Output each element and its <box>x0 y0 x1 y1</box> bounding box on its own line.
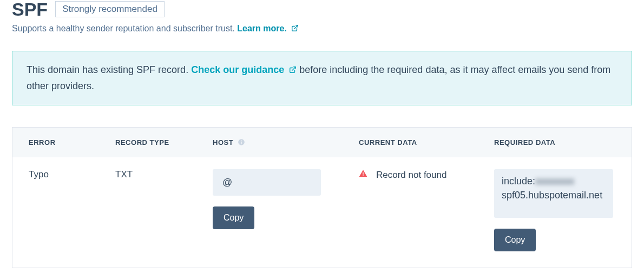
current-data-text: Record not found <box>376 169 446 182</box>
recommendation-badge: Strongly recommended <box>55 1 165 17</box>
external-link-icon <box>291 24 299 32</box>
svg-rect-3 <box>241 142 242 144</box>
page-subtitle: Supports a healthy sender reputation and… <box>12 24 632 34</box>
required-prefix: include: <box>502 176 535 186</box>
cell-record-type: TXT <box>115 169 213 180</box>
required-rest: spf05.hubspotemail.net <box>502 190 602 201</box>
learn-more-link[interactable]: Learn more. <box>237 24 299 33</box>
header-current-data: CURRENT DATA <box>359 138 494 146</box>
alert-text-pre: This domain has existing SPF record. <box>27 64 191 75</box>
guidance-link[interactable]: Check our guidance <box>191 64 299 75</box>
host-value-field[interactable]: @ <box>213 169 321 196</box>
header-record-type: RECORD TYPE <box>115 138 213 146</box>
copy-host-button[interactable]: Copy <box>213 206 254 229</box>
header-error: ERROR <box>29 138 115 146</box>
learn-more-label: Learn more. <box>237 24 287 33</box>
info-alert: This domain has existing SPF record. Che… <box>12 51 632 105</box>
records-table: ERROR RECORD TYPE HOST CURRENT DATA REQU… <box>12 127 632 268</box>
header-host: HOST <box>213 138 359 146</box>
svg-line-0 <box>294 25 298 29</box>
page-title: SPF <box>12 0 48 18</box>
cell-error: Typo <box>29 169 115 180</box>
subtitle-text: Supports a healthy sender reputation and… <box>12 24 237 33</box>
guidance-link-label: Check our guidance <box>191 64 284 75</box>
table-header-row: ERROR RECORD TYPE HOST CURRENT DATA REQU… <box>12 128 632 157</box>
cell-host: @ Copy <box>213 169 359 229</box>
cell-required-data: include:xxxxxxxxspf05.hubspotemail.net C… <box>494 169 615 251</box>
svg-rect-4 <box>241 141 242 141</box>
cell-current-data: Record not found <box>359 169 494 182</box>
header-required-data: REQUIRED DATA <box>494 138 615 146</box>
required-redacted: xxxxxxxx <box>535 176 574 186</box>
info-icon[interactable] <box>238 138 245 146</box>
warning-icon <box>359 169 367 178</box>
svg-rect-5 <box>363 172 363 175</box>
svg-rect-6 <box>363 176 363 176</box>
table-row: Typo TXT @ Copy Record not found include… <box>12 157 632 268</box>
svg-line-1 <box>292 67 295 70</box>
copy-required-button[interactable]: Copy <box>494 229 536 251</box>
required-data-field[interactable]: include:xxxxxxxxspf05.hubspotemail.net <box>494 169 613 218</box>
external-link-icon <box>289 66 297 74</box>
